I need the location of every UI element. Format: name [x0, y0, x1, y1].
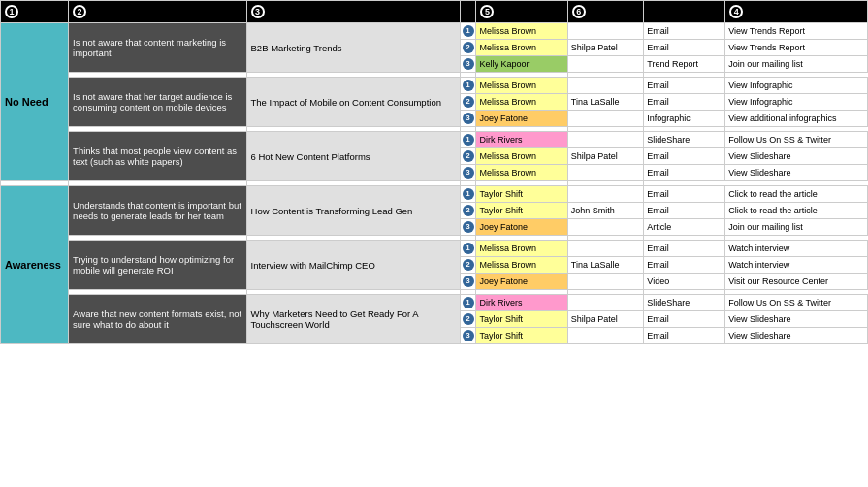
type-cell: Trend Report — [644, 56, 725, 73]
author-cell: Joey Fatone — [476, 111, 567, 127]
expert-cell — [567, 274, 644, 290]
author-cell: Joey Fatone — [476, 219, 567, 236]
row-number: 3 — [460, 56, 476, 73]
table-row: Aware that new content formats exist, no… — [1, 295, 868, 311]
cta-cell: Click to read the article — [725, 203, 868, 219]
type-cell: Email — [644, 328, 725, 344]
author-cell: Dirk Rivers — [476, 132, 567, 148]
col-num-6: 6 — [572, 5, 586, 18]
type-cell: Email — [644, 23, 725, 40]
expert-cell — [567, 132, 644, 148]
row-number: 1 — [460, 23, 476, 40]
th-expert: 6 — [567, 1, 644, 23]
col-num-3: 3 — [251, 5, 265, 18]
th-num-col — [460, 1, 476, 23]
type-cell: Email — [644, 241, 725, 257]
expert-cell — [567, 328, 644, 344]
consideration-cell: Trying to understand how optimizing for … — [69, 241, 246, 290]
type-cell: SlideShare — [644, 295, 725, 311]
topic-cell: 6 Hot New Content Platforms — [246, 132, 460, 181]
cta-cell: View Infographic — [725, 78, 868, 94]
author-cell: Taylor Shift — [476, 203, 567, 219]
row-number: 2 — [460, 148, 476, 165]
type-cell: Email — [644, 186, 725, 203]
cta-cell: View Infographic — [725, 94, 868, 111]
row-number: 3 — [460, 111, 476, 127]
expert-cell — [567, 23, 644, 40]
type-cell: Email — [644, 203, 725, 219]
cta-cell: View Trends Report — [725, 40, 868, 56]
author-cell: Melissa Brown — [476, 148, 567, 165]
consideration-cell: Aware that new content formats exist, no… — [69, 295, 246, 344]
author-cell: Melissa Brown — [476, 257, 567, 274]
expert-cell — [567, 295, 644, 311]
table-row: Trying to understand how optimizing for … — [1, 241, 868, 257]
expert-cell — [567, 56, 644, 73]
th-consideration: 2 — [69, 1, 246, 23]
type-cell: Email — [644, 78, 725, 94]
consideration-cell: Thinks that most people view content as … — [69, 132, 246, 181]
cta-cell: Follow Us On SS & Twitter — [725, 132, 868, 148]
row-number: 1 — [460, 186, 476, 203]
row-number: 1 — [460, 132, 476, 148]
expert-cell — [567, 241, 644, 257]
expert-cell: Shilpa Patel — [567, 40, 644, 56]
author-cell: Dirk Rivers — [476, 295, 567, 311]
table-row: AwarenessUnderstands that content is imp… — [1, 186, 868, 203]
table-row: Is not aware that her target audience is… — [1, 78, 868, 94]
row-number: 2 — [460, 257, 476, 274]
expert-cell: Shilpa Patel — [567, 311, 644, 328]
table-row: Thinks that most people view content as … — [1, 132, 868, 148]
topic-cell: Interview with MailChimp CEO — [246, 241, 460, 290]
row-number: 2 — [460, 40, 476, 56]
author-cell: Melissa Brown — [476, 40, 567, 56]
author-cell: Melissa Brown — [476, 78, 567, 94]
main-container: 1 2 3 5 — [0, 0, 868, 344]
table-container: 1 2 3 5 — [0, 0, 868, 344]
type-cell: Email — [644, 148, 725, 165]
topic-cell: How Content is Transforming Lead Gen — [246, 186, 460, 236]
cta-cell: View Slideshare — [725, 311, 868, 328]
consideration-cell: Is not aware that content marketing is i… — [69, 23, 246, 73]
cta-cell: View Slideshare — [725, 328, 868, 344]
expert-cell — [567, 78, 644, 94]
type-cell: Video — [644, 274, 725, 290]
expert-cell — [567, 186, 644, 203]
type-cell: Email — [644, 40, 725, 56]
cta-cell: Watch interview — [725, 241, 868, 257]
header-row: 1 2 3 5 — [1, 1, 868, 23]
col-num-4: 4 — [729, 5, 743, 18]
cta-cell: Click to read the article — [725, 186, 868, 203]
row-number: 2 — [460, 311, 476, 328]
row-number: 2 — [460, 94, 476, 111]
expert-cell — [567, 165, 644, 181]
author-cell: Kelly Kapoor — [476, 56, 567, 73]
author-cell: Taylor Shift — [476, 311, 567, 328]
topic-cell: The Impact of Mobile on Content Consumpt… — [246, 78, 460, 127]
type-cell: Email — [644, 165, 725, 181]
row-number: 3 — [460, 274, 476, 290]
th-stage: 1 — [1, 1, 69, 23]
cta-cell: Join our mailing list — [725, 56, 868, 73]
row-number: 3 — [460, 328, 476, 344]
content-map-table: 1 2 3 5 — [0, 0, 868, 344]
cta-cell: Visit our Resource Center — [725, 274, 868, 290]
col-num-2: 2 — [73, 5, 86, 18]
cta-cell: View Trends Report — [725, 23, 868, 40]
type-cell: Email — [644, 311, 725, 328]
col-num-5: 5 — [480, 5, 494, 18]
type-cell: Article — [644, 219, 725, 236]
th-cta: 4 — [725, 1, 868, 23]
th-author: 5 — [476, 1, 567, 23]
row-number: 3 — [460, 165, 476, 181]
author-cell: Melissa Brown — [476, 94, 567, 111]
expert-cell: Tina LaSalle — [567, 94, 644, 111]
stage-cell: Awareness — [1, 186, 69, 344]
author-cell: Taylor Shift — [476, 328, 567, 344]
type-cell: Email — [644, 257, 725, 274]
cta-cell: Join our mailing list — [725, 219, 868, 236]
cta-cell: Follow Us On SS & Twitter — [725, 295, 868, 311]
topic-cell: Why Marketers Need to Get Ready For A To… — [246, 295, 460, 344]
author-cell: Melissa Brown — [476, 165, 567, 181]
topic-cell: B2B Marketing Trends — [246, 23, 460, 73]
